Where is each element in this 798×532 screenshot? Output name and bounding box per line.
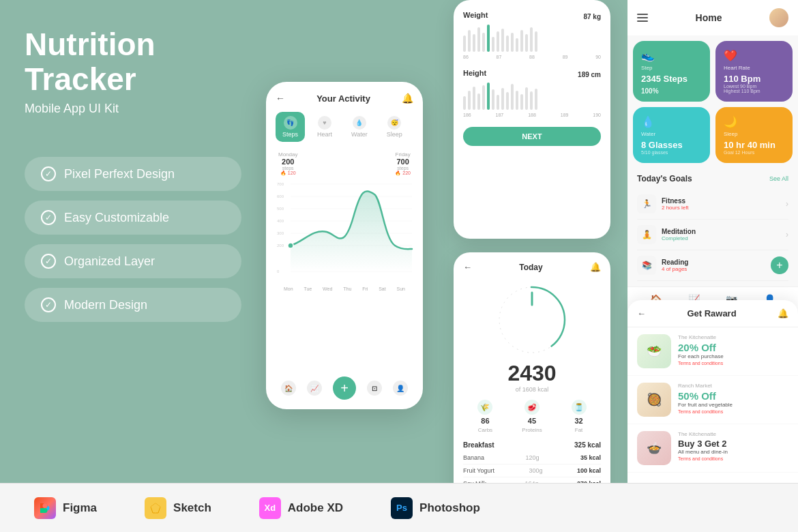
bell-icon[interactable]: 🔔 (402, 93, 413, 104)
add-goal-button[interactable]: + (771, 256, 788, 274)
monday-label: Monday (278, 151, 297, 158)
heart-icon: ♥ (318, 116, 331, 130)
svg-text:200: 200 (277, 243, 284, 248)
feature-list: Pixel Perfext Design Easy Customizable O… (25, 157, 241, 322)
profile-nav-icon[interactable]: 👤 (393, 381, 408, 396)
chart-days: Mon Tue Wed Thu Fri Sat Sun (276, 286, 413, 291)
add-fab-button[interactable]: + (333, 376, 356, 400)
goals-title: Today's Goals (637, 174, 692, 183)
friday-steps: 700 (397, 158, 409, 166)
fat-label: Fat (575, 427, 583, 433)
stats-grid: 👟 Step 2345 Steps 100% ❤️ Heart Rate 110… (627, 35, 798, 168)
breakfast-label: Breakfast (463, 441, 494, 449)
activity-header: ← Your Activity 🔔 (276, 93, 413, 104)
bell-rewards-icon[interactable]: 🔔 (778, 308, 788, 319)
feature-layer: Organized Layer (25, 244, 241, 278)
xd-icon: Xd (259, 497, 281, 519)
chart-svg: 700 600 500 400 300 200 0 (276, 177, 413, 280)
sleep-stat-icon: 🌙 (724, 115, 784, 128)
metrics-screen: Weight 87 kg 86 87 88 89 90 Height 189 c… (454, 0, 610, 239)
left-panel: Nutrition Tracker Mobile App UI Kit Pixe… (0, 0, 266, 532)
svg-text:700: 700 (277, 182, 284, 186)
reward-1: 🥘 Ranch Market 50% Off For fruit and veg… (627, 376, 798, 424)
next-button[interactable]: NEXT (463, 127, 601, 146)
svg-text:500: 500 (277, 207, 284, 211)
feature-modern: Modern Design (25, 288, 241, 322)
meditation-arrow-icon: › (786, 230, 788, 239)
reward-image-2: 🍲 (637, 431, 671, 465)
home-header: Home (627, 0, 798, 35)
ps-tool: Ps Photoshop (391, 497, 480, 519)
avatar[interactable] (769, 8, 788, 27)
goal-reading: 📚 Reading 4 of pages + (637, 250, 788, 281)
ps-label: Photoshop (419, 501, 480, 515)
see-all-button[interactable]: See All (769, 175, 788, 182)
back-arrow-today[interactable]: ← (463, 262, 472, 272)
height-scale: 186 187 188 189 190 (463, 113, 601, 117)
proteins-icon: 🥩 (524, 400, 540, 415)
weight-scale: 86 87 88 89 90 (463, 55, 601, 59)
goals-section: Today's Goals See All 🏃 Fitness 2 hours … (627, 168, 798, 286)
tab-heart-label: Heart (317, 131, 332, 138)
svg-text:400: 400 (277, 219, 284, 223)
meditation-goal-icon: 🧘 (637, 225, 656, 244)
calorie-sub: of 1608 kcal (463, 386, 601, 393)
breakfast-section: Breakfast 325 kcal (463, 441, 601, 449)
water-stat-icon: 💧 (641, 115, 702, 128)
back-arrow-icon[interactable]: ← (276, 93, 285, 104)
hamburger-menu[interactable] (637, 14, 648, 22)
stat-steps: 👟 Step 2345 Steps 100% (633, 41, 710, 102)
friday-cal-icon: 🔥 220 (395, 171, 411, 176)
carbs-label: Carbs (478, 427, 492, 433)
fat-value: 32 (574, 417, 582, 425)
heart-stat-icon: ❤️ (724, 49, 784, 62)
weight-value: 87 kg (583, 13, 601, 20)
calorie-number: 2430 (463, 361, 601, 386)
rewards-title: Get Raward (687, 308, 736, 319)
food-banana: Banana 120g 35 kcal (463, 452, 601, 464)
app-title: Nutrition Tracker (25, 27, 241, 96)
ps-icon: Ps (391, 497, 413, 519)
home-title: Home (696, 12, 722, 23)
gauge-svg: /* ticks rendered below */ (491, 279, 573, 361)
friday-label: Friday (396, 151, 411, 158)
monday-cal-icon: 🔥 120 (280, 171, 296, 176)
bell-today-icon[interactable]: 🔔 (590, 262, 601, 272)
tools-bar: Figma Sketch Xd Adobe XD Ps Photoshop (0, 483, 798, 532)
activity-phone: ← Your Activity 🔔 👣 Steps ♥ Heart 💧 Wate… (266, 82, 423, 409)
water-icon: 💧 (353, 116, 366, 130)
reward-2: 🍲 The Kitchenatte Buy 3 Get 2 All menu a… (627, 424, 798, 473)
steps-icon: 👣 (284, 116, 297, 130)
proteins-label: Proteins (522, 427, 542, 433)
monday-steps: 200 (282, 158, 294, 166)
scan-nav-icon[interactable]: ⊡ (367, 381, 382, 396)
stat-water: 💧 Water 8 Glasses 5/10 glasses (633, 107, 710, 163)
svg-text:300: 300 (277, 231, 284, 235)
tab-sleep-label: Sleep (387, 131, 402, 138)
reading-goal-icon: 📚 (637, 256, 656, 275)
chart-nav-icon[interactable]: 📈 (307, 381, 322, 396)
check-icon-layer (41, 254, 56, 269)
activity-title: Your Activity (316, 93, 370, 104)
figma-icon (34, 497, 56, 519)
reward-image-0: 🥗 (637, 334, 671, 368)
macro-proteins: 🥩 45 Proteins (522, 400, 542, 433)
tab-water[interactable]: 💧 Water (344, 112, 374, 142)
tab-steps-label: Steps (282, 131, 298, 138)
tab-heart[interactable]: ♥ Heart (310, 112, 339, 142)
svg-text:600: 600 (277, 194, 284, 198)
activity-chart: 700 600 500 400 300 200 0 (276, 177, 413, 280)
goal-fitness: 🏃 Fitness 2 hours left › (637, 189, 788, 220)
home-nav-icon[interactable]: 🏠 (281, 381, 296, 396)
tab-steps[interactable]: 👣 Steps (276, 112, 305, 142)
stat-sleep: 🌙 Sleep 10 hr 40 min Goal 12 Hours (715, 107, 793, 163)
feature-pixel-label: Pixel Perfext Design (64, 167, 175, 181)
sleep-icon: 😴 (387, 116, 401, 130)
back-rewards-icon[interactable]: ← (637, 308, 646, 319)
macro-carbs: 🌾 86 Carbs (477, 400, 492, 433)
feature-pixel: Pixel Perfext Design (25, 157, 241, 191)
tab-sleep[interactable]: 😴 Sleep (380, 112, 409, 142)
height-value: 189 cm (578, 71, 601, 78)
stat-heart: ❤️ Heart Rate 110 Bpm Lowest 90 Bpm High… (715, 41, 793, 102)
feature-modern-label: Modern Design (64, 298, 147, 312)
